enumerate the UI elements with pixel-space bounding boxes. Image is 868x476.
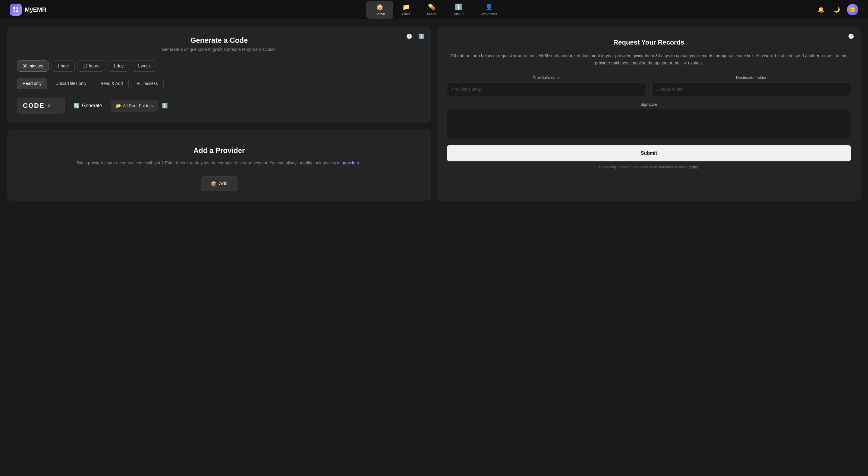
logo-icon <box>10 4 22 16</box>
code-display: CODE ⧉ <box>17 98 65 114</box>
add-icon: 📦 <box>211 181 217 187</box>
folders-button-label: All Root Folders <box>123 103 153 108</box>
files-icon: 📁 <box>402 3 410 10</box>
provider-email-input[interactable] <box>447 82 647 96</box>
providers-link[interactable]: providers <box>341 161 359 165</box>
navigation: MyEMR 🏠 Home 📁 Files 💊 Meds ℹ️ About 👤 P… <box>0 0 868 19</box>
home-icon: 🏠 <box>376 3 384 10</box>
nav-tabs: 🏠 Home 📁 Files 💊 Meds ℹ️ About 👤 Provide… <box>56 1 815 19</box>
main-content: 🕐 ℹ️ Generate a Code Generate a unique c… <box>0 19 868 208</box>
time-btn-12hours[interactable]: 12 hours <box>77 60 105 72</box>
signature-label: Signature <box>447 102 851 107</box>
left-column: 🕐 ℹ️ Generate a Code Generate a unique c… <box>7 27 431 201</box>
history-button[interactable]: 🕐 <box>404 31 414 41</box>
nav-tab-home-label: Home <box>375 12 385 16</box>
request-records-desc: Fill out the form below to request your … <box>447 53 851 67</box>
time-btn-1week[interactable]: 1 week <box>132 60 156 72</box>
destination-folder-group: Destination folder <box>651 75 851 96</box>
request-records-card: 🕐 Request Your Records Fill out the form… <box>437 27 861 201</box>
access-btn-full[interactable]: Full access <box>131 78 164 89</box>
logo[interactable]: MyEMR <box>10 4 46 16</box>
code-row: CODE ⧉ 🔄 Generate 📂 All Root Folders ℹ️ <box>17 98 421 114</box>
nav-tab-meds[interactable]: 💊 Meds <box>418 1 445 19</box>
nav-tab-providers-label: Providers <box>481 12 497 16</box>
nav-actions: 🔔 🌙 😊 <box>815 4 858 15</box>
folder-icon: 📂 <box>116 103 121 108</box>
add-button-label: Add <box>219 181 227 186</box>
generate-code-card: 🕐 ℹ️ Generate a Code Generate a unique c… <box>7 27 431 124</box>
destination-folder-input[interactable] <box>651 82 851 96</box>
nav-tab-providers[interactable]: 👤 Providers <box>472 1 506 19</box>
dark-mode-button[interactable]: 🌙 <box>831 4 842 15</box>
add-provider-title: Add a Provider <box>17 146 421 155</box>
nav-tab-about[interactable]: ℹ️ About <box>445 1 472 19</box>
svg-rect-1 <box>16 7 19 9</box>
request-history-icon: 🕐 <box>846 31 856 41</box>
terms-text: By clicking "Submit," you agree to be bo… <box>447 165 851 169</box>
generate-button[interactable]: 🔄 Generate <box>69 99 107 113</box>
meds-icon: 💊 <box>428 3 435 10</box>
access-btn-readonly[interactable]: Read only <box>17 78 47 89</box>
provider-email-label: Provider's email <box>447 75 647 80</box>
signature-group: Signature <box>447 102 851 139</box>
about-icon: ℹ️ <box>455 3 462 10</box>
nav-tab-meds-label: Meds <box>427 12 437 16</box>
providers-icon: 👤 <box>485 3 493 10</box>
add-provider-card: Add a Provider Did a provider share a co… <box>7 130 431 201</box>
svg-rect-3 <box>16 10 19 12</box>
request-records-title: Request Your Records <box>447 38 851 46</box>
app-name: MyEMR <box>25 6 46 13</box>
user-avatar[interactable]: 😊 <box>847 4 858 15</box>
nav-tab-files[interactable]: 📁 Files <box>393 1 418 19</box>
svg-rect-0 <box>13 7 16 9</box>
info-button[interactable]: ℹ️ <box>416 31 426 41</box>
svg-rect-2 <box>13 10 16 12</box>
generate-button-label: Generate <box>82 103 102 108</box>
time-btn-30min[interactable]: 30 minutes <box>17 60 49 72</box>
generate-code-subtitle: Generate a unique code to grant someone … <box>17 47 421 52</box>
card-header-icons: 🕐 ℹ️ <box>404 31 426 41</box>
time-btn-1hour[interactable]: 1 hour <box>51 60 75 72</box>
code-text: CODE <box>23 102 44 110</box>
add-provider-button[interactable]: 📦 Add <box>201 176 238 191</box>
nav-tab-home[interactable]: 🏠 Home <box>366 1 394 19</box>
signature-input[interactable] <box>447 109 851 139</box>
terms-link[interactable]: terms. <box>689 165 699 169</box>
nav-tab-files-label: Files <box>402 12 410 16</box>
copy-code-button[interactable]: ⧉ <box>48 103 51 108</box>
folders-info-button[interactable]: ℹ️ <box>162 103 168 109</box>
access-btn-upload[interactable]: Upload files only <box>50 78 92 89</box>
add-provider-desc: Did a provider share a connect code with… <box>17 160 421 167</box>
folders-button[interactable]: 📂 All Root Folders <box>111 100 158 112</box>
nav-tab-about-label: About <box>454 12 464 16</box>
request-history-button[interactable]: 🕐 <box>846 31 856 41</box>
submit-button[interactable]: Submit <box>447 145 851 161</box>
notifications-button[interactable]: 🔔 <box>815 4 827 15</box>
generate-code-title: Generate a Code <box>17 36 421 44</box>
request-form-row: Provider's email Destination folder <box>447 75 851 96</box>
access-selector: Read only Upload files only Read & Add F… <box>17 78 421 89</box>
provider-email-group: Provider's email <box>447 75 647 96</box>
destination-folder-label: Destination folder <box>651 75 851 80</box>
access-btn-read-add[interactable]: Read & Add <box>95 78 129 89</box>
time-btn-1day[interactable]: 1 day <box>107 60 129 72</box>
refresh-icon: 🔄 <box>73 103 80 109</box>
time-selector: 30 minutes 1 hour 12 hours 1 day 1 week <box>17 60 421 72</box>
